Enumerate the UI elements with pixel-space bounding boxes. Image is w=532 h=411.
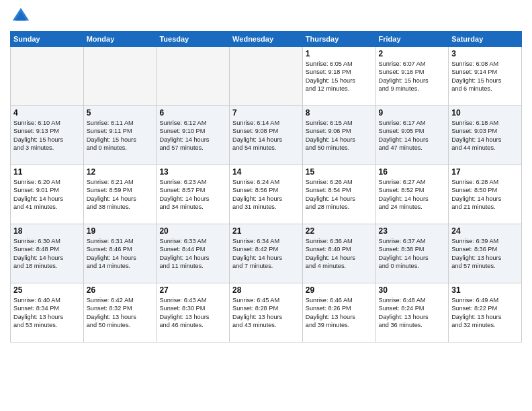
day-info: Sunrise: 6:42 AMSunset: 8:32 PMDaylight:… (87, 296, 154, 330)
day-number: 25 (13, 285, 81, 295)
day-number: 2 (379, 49, 446, 58)
calendar-week-3: 11Sunrise: 6:20 AMSunset: 9:01 PMDayligh… (11, 165, 522, 224)
calendar-cell: 7Sunrise: 6:14 AMSunset: 9:08 PMDaylight… (230, 106, 303, 165)
day-number: 16 (379, 167, 446, 177)
calendar-cell: 11Sunrise: 6:20 AMSunset: 9:01 PMDayligh… (11, 165, 84, 224)
calendar-cell: 13Sunrise: 6:23 AMSunset: 8:57 PMDayligh… (157, 165, 230, 224)
calendar-cell: 30Sunrise: 6:48 AMSunset: 8:24 PMDayligh… (375, 283, 449, 342)
calendar-cell: 9Sunrise: 6:17 AMSunset: 9:05 PMDaylight… (375, 106, 449, 165)
day-info: Sunrise: 6:11 AMSunset: 9:11 PMDaylight:… (87, 119, 154, 152)
calendar-cell (83, 47, 157, 106)
day-info: Sunrise: 6:05 AMSunset: 9:18 PMDaylight:… (306, 60, 373, 93)
calendar-cell: 28Sunrise: 6:45 AMSunset: 8:28 PMDayligh… (230, 283, 303, 342)
weekday-header-monday: Monday (83, 32, 157, 47)
day-number: 7 (232, 108, 300, 118)
day-info: Sunrise: 6:23 AMSunset: 8:57 PMDaylight:… (159, 178, 226, 212)
day-number: 12 (87, 167, 154, 177)
day-info: Sunrise: 6:27 AMSunset: 8:52 PMDaylight:… (379, 178, 446, 212)
calendar-cell: 16Sunrise: 6:27 AMSunset: 8:52 PMDayligh… (375, 165, 449, 224)
calendar-cell: 27Sunrise: 6:43 AMSunset: 8:30 PMDayligh… (157, 283, 230, 342)
calendar-cell: 18Sunrise: 6:30 AMSunset: 8:48 PMDayligh… (11, 224, 84, 283)
calendar-cell: 22Sunrise: 6:36 AMSunset: 8:40 PMDayligh… (302, 224, 375, 283)
day-info: Sunrise: 6:46 AMSunset: 8:26 PMDaylight:… (306, 296, 373, 330)
day-info: Sunrise: 6:34 AMSunset: 8:42 PMDaylight:… (232, 237, 300, 271)
page: SundayMondayTuesdayWednesdayThursdayFrid… (0, 0, 532, 411)
calendar-cell (157, 47, 230, 106)
calendar-cell (230, 47, 303, 106)
day-number: 6 (159, 108, 226, 118)
weekday-header-tuesday: Tuesday (157, 32, 230, 47)
day-info: Sunrise: 6:31 AMSunset: 8:46 PMDaylight:… (87, 237, 154, 271)
day-number: 22 (306, 226, 373, 236)
day-number: 14 (232, 167, 300, 177)
day-number: 13 (159, 167, 226, 177)
calendar-cell: 1Sunrise: 6:05 AMSunset: 9:18 PMDaylight… (302, 47, 375, 106)
calendar-cell: 19Sunrise: 6:31 AMSunset: 8:46 PMDayligh… (83, 224, 157, 283)
day-number: 15 (306, 167, 373, 177)
day-number: 26 (87, 285, 154, 295)
day-number: 11 (13, 167, 81, 177)
day-info: Sunrise: 6:36 AMSunset: 8:40 PMDaylight:… (306, 237, 373, 271)
day-number: 18 (13, 226, 81, 236)
day-info: Sunrise: 6:49 AMSunset: 8:22 PMDaylight:… (451, 296, 519, 330)
calendar-cell: 23Sunrise: 6:37 AMSunset: 8:38 PMDayligh… (375, 224, 449, 283)
calendar-week-5: 25Sunrise: 6:40 AMSunset: 8:34 PMDayligh… (11, 283, 522, 342)
calendar-cell: 14Sunrise: 6:24 AMSunset: 8:56 PMDayligh… (230, 165, 303, 224)
day-info: Sunrise: 6:45 AMSunset: 8:28 PMDaylight:… (232, 296, 300, 330)
calendar-cell: 29Sunrise: 6:46 AMSunset: 8:26 PMDayligh… (302, 283, 375, 342)
day-number: 9 (379, 108, 446, 118)
calendar-header-row: SundayMondayTuesdayWednesdayThursdayFrid… (11, 32, 522, 47)
day-number: 17 (451, 167, 519, 177)
day-number: 20 (159, 226, 226, 236)
day-info: Sunrise: 6:17 AMSunset: 9:05 PMDaylight:… (379, 119, 446, 152)
day-info: Sunrise: 6:18 AMSunset: 9:03 PMDaylight:… (451, 119, 519, 152)
day-info: Sunrise: 6:33 AMSunset: 8:44 PMDaylight:… (159, 237, 226, 271)
logo-icon (11, 7, 30, 26)
weekday-header-thursday: Thursday (302, 32, 375, 47)
day-info: Sunrise: 6:21 AMSunset: 8:59 PMDaylight:… (87, 178, 154, 212)
weekday-header-saturday: Saturday (449, 32, 522, 47)
calendar-cell: 10Sunrise: 6:18 AMSunset: 9:03 PMDayligh… (449, 106, 522, 165)
day-info: Sunrise: 6:12 AMSunset: 9:10 PMDaylight:… (159, 119, 226, 152)
day-info: Sunrise: 6:39 AMSunset: 8:36 PMDaylight:… (451, 237, 519, 271)
calendar-cell: 26Sunrise: 6:42 AMSunset: 8:32 PMDayligh… (83, 283, 157, 342)
day-info: Sunrise: 6:15 AMSunset: 9:06 PMDaylight:… (306, 119, 373, 152)
calendar-cell: 24Sunrise: 6:39 AMSunset: 8:36 PMDayligh… (449, 224, 522, 283)
day-info: Sunrise: 6:48 AMSunset: 8:24 PMDaylight:… (379, 296, 446, 330)
day-info: Sunrise: 6:14 AMSunset: 9:08 PMDaylight:… (232, 119, 300, 152)
day-number: 10 (451, 108, 519, 118)
calendar-cell (11, 47, 84, 106)
day-number: 28 (232, 285, 300, 295)
day-info: Sunrise: 6:08 AMSunset: 9:14 PMDaylight:… (451, 60, 519, 93)
day-number: 23 (379, 226, 446, 236)
day-number: 5 (87, 108, 154, 118)
calendar-cell: 5Sunrise: 6:11 AMSunset: 9:11 PMDaylight… (83, 106, 157, 165)
calendar-cell: 17Sunrise: 6:28 AMSunset: 8:50 PMDayligh… (449, 165, 522, 224)
calendar-cell: 3Sunrise: 6:08 AMSunset: 9:14 PMDaylight… (449, 47, 522, 106)
day-info: Sunrise: 6:26 AMSunset: 8:54 PMDaylight:… (306, 178, 373, 212)
weekday-header-sunday: Sunday (11, 32, 84, 47)
calendar-week-4: 18Sunrise: 6:30 AMSunset: 8:48 PMDayligh… (11, 224, 522, 283)
day-number: 4 (13, 108, 81, 118)
weekday-header-friday: Friday (375, 32, 449, 47)
day-info: Sunrise: 6:20 AMSunset: 9:01 PMDaylight:… (13, 178, 81, 212)
day-info: Sunrise: 6:37 AMSunset: 8:38 PMDaylight:… (379, 237, 446, 271)
day-number: 3 (451, 49, 519, 58)
calendar-cell: 31Sunrise: 6:49 AMSunset: 8:22 PMDayligh… (449, 283, 522, 342)
day-info: Sunrise: 6:07 AMSunset: 9:16 PMDaylight:… (379, 60, 446, 93)
day-info: Sunrise: 6:30 AMSunset: 8:48 PMDaylight:… (13, 237, 81, 271)
calendar-week-1: 1Sunrise: 6:05 AMSunset: 9:18 PMDaylight… (11, 47, 522, 106)
day-number: 1 (306, 49, 373, 58)
day-info: Sunrise: 6:40 AMSunset: 8:34 PMDaylight:… (13, 296, 81, 330)
day-number: 8 (306, 108, 373, 118)
calendar-cell: 21Sunrise: 6:34 AMSunset: 8:42 PMDayligh… (230, 224, 303, 283)
logo-text (10, 7, 30, 26)
day-info: Sunrise: 6:28 AMSunset: 8:50 PMDaylight:… (451, 178, 519, 212)
day-number: 29 (306, 285, 373, 295)
logo (10, 7, 30, 26)
day-info: Sunrise: 6:24 AMSunset: 8:56 PMDaylight:… (232, 178, 300, 212)
calendar-cell: 2Sunrise: 6:07 AMSunset: 9:16 PMDaylight… (375, 47, 449, 106)
calendar-cell: 8Sunrise: 6:15 AMSunset: 9:06 PMDaylight… (302, 106, 375, 165)
day-number: 24 (451, 226, 519, 236)
calendar-cell: 4Sunrise: 6:10 AMSunset: 9:13 PMDaylight… (11, 106, 84, 165)
